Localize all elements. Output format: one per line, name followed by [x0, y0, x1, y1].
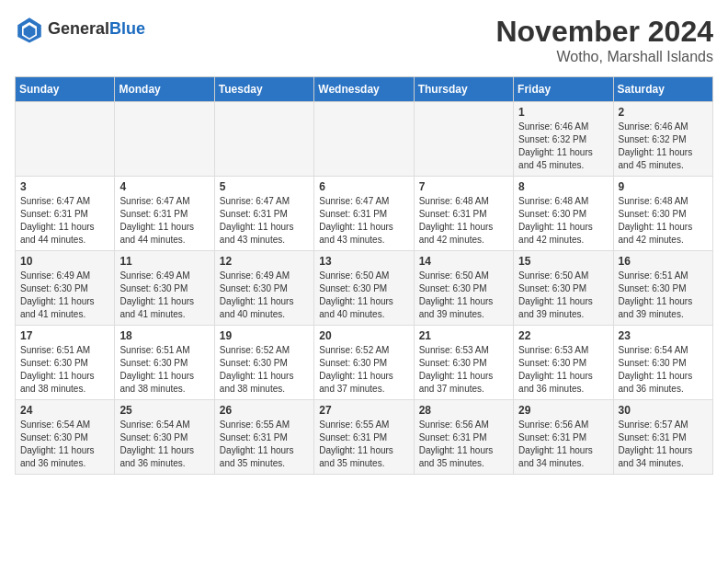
calendar-week-row: 3Sunrise: 6:47 AM Sunset: 6:31 PM Daylig… — [16, 177, 713, 251]
day-number: 7 — [419, 180, 508, 193]
day-number: 6 — [319, 180, 408, 193]
day-info: Sunrise: 6:52 AM Sunset: 6:30 PM Dayligh… — [319, 344, 408, 396]
day-number: 24 — [20, 404, 109, 417]
day-number: 25 — [119, 404, 209, 417]
day-header: Friday — [514, 77, 613, 102]
day-info: Sunrise: 6:49 AM Sunset: 6:30 PM Dayligh… — [119, 270, 209, 321]
day-header: Saturday — [613, 77, 712, 102]
calendar-cell: 11Sunrise: 6:49 AM Sunset: 6:30 PM Dayli… — [115, 251, 214, 326]
calendar-body: 1Sunrise: 6:46 AM Sunset: 6:32 PM Daylig… — [16, 102, 713, 475]
day-header: Tuesday — [214, 77, 313, 102]
calendar-cell: 1Sunrise: 6:46 AM Sunset: 6:32 PM Daylig… — [514, 102, 613, 177]
calendar-cell: 6Sunrise: 6:47 AM Sunset: 6:31 PM Daylig… — [314, 177, 414, 251]
day-number: 17 — [20, 329, 109, 342]
day-info: Sunrise: 6:48 AM Sunset: 6:30 PM Dayligh… — [518, 195, 608, 247]
day-number: 14 — [419, 255, 508, 268]
day-info: Sunrise: 6:49 AM Sunset: 6:30 PM Dayligh… — [220, 270, 309, 321]
day-number: 30 — [619, 404, 708, 417]
day-number: 29 — [518, 404, 608, 417]
day-info: Sunrise: 6:51 AM Sunset: 6:30 PM Dayligh… — [119, 344, 209, 396]
calendar-cell: 3Sunrise: 6:47 AM Sunset: 6:31 PM Daylig… — [16, 177, 115, 251]
day-number: 28 — [419, 404, 508, 417]
day-header: Thursday — [414, 77, 513, 102]
location: Wotho, Marshall Islands — [495, 49, 713, 65]
day-info: Sunrise: 6:48 AM Sunset: 6:31 PM Dayligh… — [419, 195, 508, 247]
day-number: 9 — [619, 180, 708, 193]
day-info: Sunrise: 6:51 AM Sunset: 6:30 PM Dayligh… — [619, 270, 708, 321]
day-number: 27 — [319, 404, 408, 417]
day-info: Sunrise: 6:57 AM Sunset: 6:31 PM Dayligh… — [619, 419, 708, 470]
calendar-cell: 15Sunrise: 6:50 AM Sunset: 6:30 PM Dayli… — [514, 251, 613, 326]
calendar-cell: 19Sunrise: 6:52 AM Sunset: 6:30 PM Dayli… — [214, 326, 313, 400]
day-info: Sunrise: 6:47 AM Sunset: 6:31 PM Dayligh… — [220, 195, 309, 247]
calendar-cell: 16Sunrise: 6:51 AM Sunset: 6:30 PM Dayli… — [613, 251, 712, 326]
day-number: 20 — [319, 329, 408, 342]
calendar-cell: 17Sunrise: 6:51 AM Sunset: 6:30 PM Dayli… — [16, 326, 115, 400]
calendar-cell: 18Sunrise: 6:51 AM Sunset: 6:30 PM Dayli… — [115, 326, 214, 400]
day-info: Sunrise: 6:47 AM Sunset: 6:31 PM Dayligh… — [20, 195, 109, 247]
day-info: Sunrise: 6:54 AM Sunset: 6:30 PM Dayligh… — [20, 419, 109, 470]
calendar-cell: 5Sunrise: 6:47 AM Sunset: 6:31 PM Daylig… — [214, 177, 313, 251]
day-info: Sunrise: 6:50 AM Sunset: 6:30 PM Dayligh… — [518, 270, 608, 321]
calendar-cell: 10Sunrise: 6:49 AM Sunset: 6:30 PM Dayli… — [16, 251, 115, 326]
logo-icon — [15, 15, 44, 44]
day-number: 16 — [619, 255, 708, 268]
page-header: GeneralBlue November 2024 Wotho, Marshal… — [15, 15, 713, 65]
day-header: Wednesday — [314, 77, 414, 102]
calendar-cell: 22Sunrise: 6:53 AM Sunset: 6:30 PM Dayli… — [514, 326, 613, 400]
calendar-cell: 26Sunrise: 6:55 AM Sunset: 6:31 PM Dayli… — [214, 400, 313, 475]
day-number: 5 — [220, 180, 309, 193]
day-header: Sunday — [16, 77, 115, 102]
calendar-cell: 29Sunrise: 6:56 AM Sunset: 6:31 PM Dayli… — [514, 400, 613, 475]
calendar-week-row: 17Sunrise: 6:51 AM Sunset: 6:30 PM Dayli… — [16, 326, 713, 400]
day-number: 13 — [319, 255, 408, 268]
day-number: 18 — [119, 329, 209, 342]
day-info: Sunrise: 6:56 AM Sunset: 6:31 PM Dayligh… — [518, 419, 608, 470]
day-info: Sunrise: 6:47 AM Sunset: 6:31 PM Dayligh… — [119, 195, 209, 247]
calendar-cell: 24Sunrise: 6:54 AM Sunset: 6:30 PM Dayli… — [16, 400, 115, 475]
calendar-cell: 9Sunrise: 6:48 AM Sunset: 6:30 PM Daylig… — [613, 177, 712, 251]
day-number: 19 — [220, 329, 309, 342]
day-info: Sunrise: 6:55 AM Sunset: 6:31 PM Dayligh… — [220, 419, 309, 470]
calendar-cell: 4Sunrise: 6:47 AM Sunset: 6:31 PM Daylig… — [115, 177, 214, 251]
day-number: 4 — [119, 180, 209, 193]
day-number: 8 — [518, 180, 608, 193]
day-number: 10 — [20, 255, 109, 268]
day-number: 2 — [619, 106, 708, 119]
calendar-week-row: 24Sunrise: 6:54 AM Sunset: 6:30 PM Dayli… — [16, 400, 713, 475]
day-info: Sunrise: 6:51 AM Sunset: 6:30 PM Dayligh… — [20, 344, 109, 396]
calendar-cell: 30Sunrise: 6:57 AM Sunset: 6:31 PM Dayli… — [613, 400, 712, 475]
calendar-cell: 13Sunrise: 6:50 AM Sunset: 6:30 PM Dayli… — [314, 251, 414, 326]
calendar-cell: 25Sunrise: 6:54 AM Sunset: 6:30 PM Dayli… — [115, 400, 214, 475]
logo: GeneralBlue — [15, 15, 145, 44]
day-info: Sunrise: 6:54 AM Sunset: 6:30 PM Dayligh… — [119, 419, 209, 470]
day-info: Sunrise: 6:54 AM Sunset: 6:30 PM Dayligh… — [619, 344, 708, 396]
calendar-cell: 8Sunrise: 6:48 AM Sunset: 6:30 PM Daylig… — [514, 177, 613, 251]
calendar-table: SundayMondayTuesdayWednesdayThursdayFrid… — [15, 76, 713, 475]
month-title: November 2024 — [495, 15, 713, 49]
title-block: November 2024 Wotho, Marshall Islands — [495, 15, 713, 65]
calendar-cell — [115, 102, 214, 177]
calendar-cell: 20Sunrise: 6:52 AM Sunset: 6:30 PM Dayli… — [314, 326, 414, 400]
calendar-cell: 14Sunrise: 6:50 AM Sunset: 6:30 PM Dayli… — [414, 251, 513, 326]
day-info: Sunrise: 6:47 AM Sunset: 6:31 PM Dayligh… — [319, 195, 408, 247]
calendar-cell — [16, 102, 115, 177]
day-number: 12 — [220, 255, 309, 268]
calendar-cell: 28Sunrise: 6:56 AM Sunset: 6:31 PM Dayli… — [414, 400, 513, 475]
day-number: 23 — [619, 329, 708, 342]
calendar-header-row: SundayMondayTuesdayWednesdayThursdayFrid… — [16, 77, 713, 102]
calendar-cell: 21Sunrise: 6:53 AM Sunset: 6:30 PM Dayli… — [414, 326, 513, 400]
day-number: 26 — [220, 404, 309, 417]
day-header: Monday — [115, 77, 214, 102]
day-info: Sunrise: 6:46 AM Sunset: 6:32 PM Dayligh… — [518, 121, 608, 172]
calendar-week-row: 10Sunrise: 6:49 AM Sunset: 6:30 PM Dayli… — [16, 251, 713, 326]
calendar-cell — [214, 102, 313, 177]
calendar-cell: 23Sunrise: 6:54 AM Sunset: 6:30 PM Dayli… — [613, 326, 712, 400]
day-info: Sunrise: 6:53 AM Sunset: 6:30 PM Dayligh… — [419, 344, 508, 396]
day-info: Sunrise: 6:50 AM Sunset: 6:30 PM Dayligh… — [419, 270, 508, 321]
day-info: Sunrise: 6:56 AM Sunset: 6:31 PM Dayligh… — [419, 419, 508, 470]
day-info: Sunrise: 6:55 AM Sunset: 6:31 PM Dayligh… — [319, 419, 408, 470]
day-number: 22 — [518, 329, 608, 342]
logo-text: GeneralBlue — [48, 20, 145, 39]
day-info: Sunrise: 6:48 AM Sunset: 6:30 PM Dayligh… — [619, 195, 708, 247]
